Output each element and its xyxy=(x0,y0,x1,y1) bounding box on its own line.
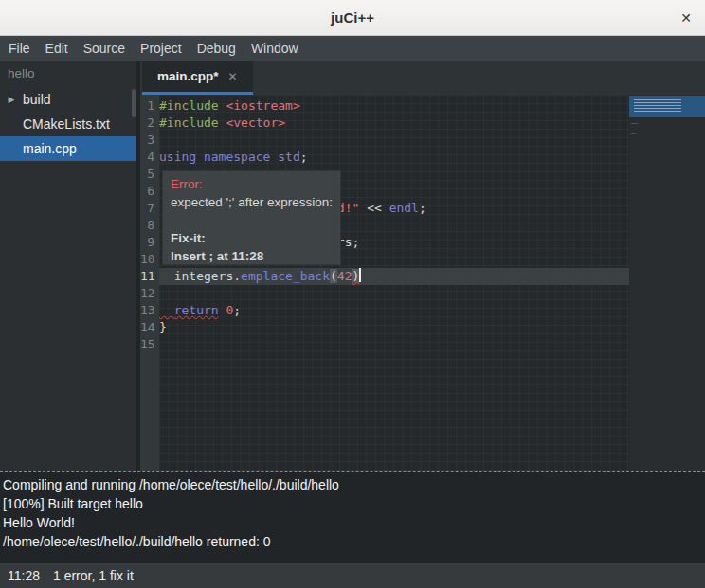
line-number: 12 xyxy=(140,285,159,302)
code-token: ; xyxy=(300,150,308,164)
tree-item-main-cpp[interactable]: main.cpp xyxy=(0,136,136,161)
code-token: ) xyxy=(352,269,360,283)
code-area[interactable]: #include <iostream>#include <vector>usin… xyxy=(159,95,629,471)
code-token: #include xyxy=(159,98,219,113)
line-number: 6 xyxy=(140,183,159,200)
code-line-13[interactable]: return 0; xyxy=(159,302,629,319)
code-token: std xyxy=(278,150,299,164)
line-number: 9 xyxy=(140,234,159,251)
menu-item-file[interactable]: File xyxy=(1,36,38,61)
tab-close-icon[interactable]: ✕ xyxy=(228,70,238,83)
tree-item-label: build xyxy=(23,87,51,112)
tooltip-fixit-text: Insert ; at 11:28 xyxy=(171,247,333,265)
output-line: Compiling and running /home/olece/test/h… xyxy=(3,475,702,494)
editor-column: main.cpp*✕ 123456789101112131415 #includ… xyxy=(140,61,705,471)
tree-item-label: main.cpp xyxy=(23,136,77,161)
line-number: 8 xyxy=(140,217,159,234)
menu-bar: FileEditSourceProjectDebugWindow xyxy=(0,36,705,61)
menu-item-debug[interactable]: Debug xyxy=(190,36,244,61)
cursor-position: 11:28 xyxy=(8,568,40,583)
tooltip-error-text: expected ';' after expression: xyxy=(171,193,333,211)
output-line: [100%] Built target hello xyxy=(3,494,702,513)
code-token: return xyxy=(174,303,219,317)
code-line-1[interactable]: #include <iostream> xyxy=(159,98,629,115)
code-line-14[interactable]: } xyxy=(159,319,629,336)
output-line: /home/olece/test/hello/./build/hello ret… xyxy=(3,532,702,551)
tab-label: main.cpp* xyxy=(157,69,219,83)
code-token: integers. xyxy=(159,269,241,283)
code-token xyxy=(159,303,174,317)
code-token: } xyxy=(159,320,167,334)
minimap[interactable] xyxy=(629,95,705,471)
text-cursor xyxy=(359,268,361,282)
tree-item-label: CMakeLists.txt xyxy=(23,112,110,136)
minimap-mark xyxy=(631,123,638,124)
code-token xyxy=(196,150,204,164)
tab-main.cpp[interactable]: main.cpp*✕ xyxy=(142,61,253,95)
code-token: <vector> xyxy=(226,116,285,130)
line-number: 4 xyxy=(140,149,159,166)
tooltip-fixit-label: Fix-it: xyxy=(171,229,333,247)
status-bar: 11:28 1 error, 1 fix it xyxy=(0,563,705,588)
code-token: <iostream> xyxy=(226,98,299,113)
code-token: using xyxy=(159,150,196,164)
menu-item-window[interactable]: Window xyxy=(244,36,306,61)
line-number: 5 xyxy=(140,166,159,183)
code-line-2[interactable]: #include <vector> xyxy=(159,115,629,132)
sidebar-scrollbar[interactable] xyxy=(132,89,136,117)
menu-item-project[interactable]: Project xyxy=(133,36,190,61)
project-name-label: hello xyxy=(0,61,136,87)
code-token: namespace xyxy=(204,150,270,164)
minimap-code-texture xyxy=(634,99,681,114)
tooltip-spacer xyxy=(171,211,333,229)
editor-body: 123456789101112131415 #include <iostream… xyxy=(140,95,705,471)
close-window-icon[interactable]: ✕ xyxy=(680,0,692,36)
line-number: 2 xyxy=(140,115,159,132)
app-window: juCi++ ✕ FileEditSourceProjectDebugWindo… xyxy=(0,0,705,588)
title-bar: juCi++ ✕ xyxy=(0,0,705,36)
code-token: ; xyxy=(419,201,426,215)
line-number: 13 xyxy=(140,302,159,319)
line-number: 10 xyxy=(140,251,159,268)
code-line-12[interactable] xyxy=(159,285,629,302)
code-token: ( xyxy=(330,269,337,283)
build-output-panel[interactable]: Compiling and running /home/olece/test/h… xyxy=(0,471,705,563)
menu-item-edit[interactable]: Edit xyxy=(38,36,76,61)
expander-triangle-icon[interactable]: ▶ xyxy=(4,87,19,112)
diagnostic-tooltip: Error: expected ';' after expression: Fi… xyxy=(162,170,341,265)
code-token: endl xyxy=(389,201,419,215)
tree-item-cmakelists-txt[interactable]: CMakeLists.txt xyxy=(0,112,136,136)
main-area: hello ▶buildCMakeLists.txtmain.cpp main.… xyxy=(0,61,705,471)
code-token: #include xyxy=(159,116,219,130)
file-tree-sidebar: hello ▶buildCMakeLists.txtmain.cpp xyxy=(0,61,140,471)
minimap-viewport[interactable] xyxy=(629,96,705,117)
code-token: 42 xyxy=(337,269,352,283)
line-number: 15 xyxy=(140,336,159,353)
code-line-11[interactable]: integers.emplace_back(42) xyxy=(159,268,629,285)
window-title: juCi++ xyxy=(331,9,374,26)
line-number-gutter: 123456789101112131415 xyxy=(140,95,159,471)
file-tree: ▶buildCMakeLists.txtmain.cpp xyxy=(0,87,136,161)
code-line-4[interactable]: using namespace std; xyxy=(159,149,629,166)
tree-item-build[interactable]: ▶build xyxy=(0,87,136,112)
minimap-mark xyxy=(631,133,636,134)
code-token: emplace_back xyxy=(241,269,330,283)
line-number: 11 xyxy=(140,268,159,285)
tooltip-error-label: Error: xyxy=(171,175,333,193)
line-number: 1 xyxy=(140,98,159,115)
line-number: 7 xyxy=(140,200,159,217)
diagnostics-summary: 1 error, 1 fix it xyxy=(53,568,134,583)
line-number: 14 xyxy=(140,319,159,336)
code-line-15[interactable] xyxy=(159,336,629,353)
tab-bar: main.cpp*✕ xyxy=(140,61,705,95)
menu-item-source[interactable]: Source xyxy=(76,36,133,61)
output-line: Hello World! xyxy=(3,513,702,532)
code-token: ; xyxy=(233,303,241,317)
code-line-3[interactable] xyxy=(159,132,629,149)
code-token: << xyxy=(359,201,389,215)
line-number: 3 xyxy=(140,132,159,149)
